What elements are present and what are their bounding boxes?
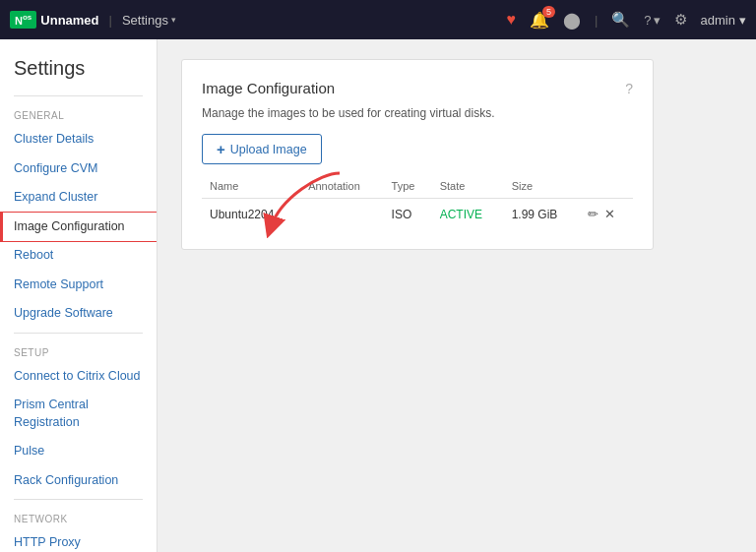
sidebar-title: Settings	[0, 49, 157, 92]
app-name: Unnamed	[40, 13, 98, 28]
sidebar-divider-setup	[14, 333, 143, 334]
edit-row-button[interactable]: ✏	[588, 207, 598, 221]
logo-icon: Nos	[10, 11, 36, 29]
row-annotation	[300, 199, 383, 230]
user-circle-icon[interactable]: ⬤	[563, 11, 581, 30]
section-dropdown[interactable]: Settings ▾	[122, 13, 176, 28]
search-icon[interactable]: 🔍	[611, 11, 630, 29]
col-header-name: Name	[202, 174, 300, 199]
sidebar-item-remote-support[interactable]: Remote Support	[0, 271, 157, 300]
user-chevron-icon: ▾	[739, 13, 746, 28]
row-type: ISO	[384, 199, 432, 230]
notification-badge: 5	[542, 6, 555, 18]
sidebar-section-network: Network	[0, 508, 157, 528]
sidebar-item-upgrade-software[interactable]: Upgrade Software	[0, 299, 157, 329]
user-menu[interactable]: admin ▾	[701, 13, 746, 28]
help-chevron-icon: ▾	[654, 13, 661, 28]
logo: Nos Unnamed	[10, 11, 99, 29]
col-header-type: Type	[384, 174, 432, 199]
image-config-panel: Image Configuration ? Manage the images …	[181, 59, 654, 250]
sidebar-divider-general	[14, 95, 143, 96]
upload-button-container: + Upload Image	[202, 134, 322, 164]
row-name: Ubuntu2204	[202, 199, 300, 230]
upload-image-button[interactable]: + Upload Image	[202, 134, 322, 164]
sidebar-item-configure-cvm[interactable]: Configure CVM	[0, 154, 157, 184]
sidebar-item-expand-cluster[interactable]: Expand Cluster	[0, 183, 157, 213]
content-area: Image Configuration ? Manage the images …	[158, 39, 756, 552]
row-size: 1.99 GiB	[504, 199, 580, 230]
panel-header: Image Configuration ?	[202, 80, 633, 96]
sidebar-item-http-proxy[interactable]: HTTP Proxy	[0, 528, 157, 552]
main-layout: Settings General Cluster Details Configu…	[0, 39, 756, 552]
sidebar-item-citrix-cloud[interactable]: Connect to Citrix Cloud	[0, 362, 157, 392]
gear-icon[interactable]: ⚙	[674, 11, 687, 29]
row-actions: ✏ ✕	[580, 199, 633, 230]
top-nav: Nos Unnamed | Settings ▾ ♥ 🔔 5 ⬤ | 🔍 ? ▾…	[0, 0, 756, 39]
help-menu[interactable]: ? ▾	[644, 13, 660, 28]
image-table: Name Annotation Type State Size Ubuntu22…	[202, 174, 633, 229]
col-header-annotation: Annotation	[300, 174, 383, 199]
sidebar-section-setup: Setup	[0, 341, 157, 362]
sidebar: Settings General Cluster Details Configu…	[0, 39, 158, 552]
sidebar-divider-network	[14, 499, 143, 500]
bell-icon[interactable]: 🔔 5	[530, 11, 549, 30]
section-label: Settings	[122, 13, 168, 28]
col-header-actions	[580, 174, 633, 199]
upload-label: Upload Image	[230, 143, 307, 156]
chevron-down-icon: ▾	[171, 15, 176, 25]
heart-icon[interactable]: ♥	[506, 11, 516, 29]
sidebar-section-general: General	[0, 104, 157, 125]
nav-icons: ♥ 🔔 5 ⬤ | 🔍 ? ▾ ⚙ admin ▾	[506, 11, 746, 30]
panel-description: Manage the images to be used for creatin…	[202, 106, 633, 120]
user-label: admin	[701, 13, 735, 28]
col-header-size: Size	[504, 174, 580, 199]
sidebar-item-reboot[interactable]: Reboot	[0, 241, 157, 271]
sidebar-item-rack-config[interactable]: Rack Configuration	[0, 466, 157, 496]
row-state: ACTIVE	[432, 199, 504, 230]
sidebar-item-image-configuration[interactable]: Image Configuration	[0, 213, 157, 242]
help-icon: ?	[644, 13, 651, 28]
panel-title: Image Configuration	[202, 80, 335, 96]
sidebar-item-pulse[interactable]: Pulse	[0, 437, 157, 466]
sidebar-item-cluster-details[interactable]: Cluster Details	[0, 125, 157, 154]
delete-row-button[interactable]: ✕	[604, 207, 615, 221]
col-header-state: State	[432, 174, 504, 199]
table-row: Ubuntu2204 ISO ACTIVE 1.99 GiB ✏ ✕	[202, 199, 633, 230]
panel-help-icon[interactable]: ?	[625, 81, 633, 96]
sidebar-item-prism-central[interactable]: Prism Central Registration	[0, 391, 157, 437]
plus-icon: +	[217, 141, 225, 157]
